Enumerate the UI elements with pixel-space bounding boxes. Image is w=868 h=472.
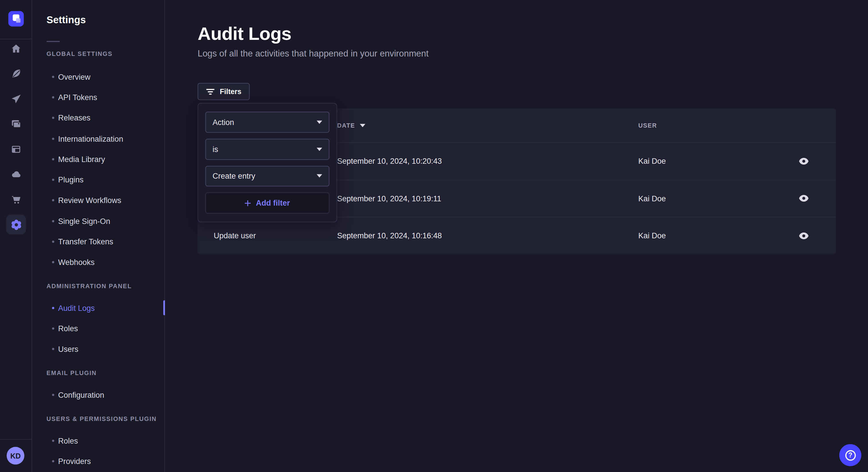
administration-panel-list: Audit Logs Roles Users (32, 298, 165, 360)
sidebar-item-transfer-tokens[interactable]: Transfer Tokens (32, 231, 165, 252)
sidebar-item-releases[interactable]: Releases (32, 107, 165, 128)
filter-popover: Action is Create entry Add filter (197, 103, 337, 223)
filter-field-value: Action (213, 118, 234, 127)
sidebar-title: Settings (46, 14, 86, 26)
page-title: Audit Logs (197, 23, 291, 44)
sidebar-item-media-library[interactable]: Media Library (32, 149, 165, 169)
eye-icon (799, 195, 809, 202)
nav-rail: KD (0, 0, 32, 472)
page-subtitle: Logs of all the activities that happened… (197, 49, 429, 59)
sidebar-item-up-roles[interactable]: Roles (32, 430, 165, 451)
sidebar-item-providers[interactable]: Providers (32, 451, 165, 471)
filter-operator-select[interactable]: is (205, 139, 329, 160)
users-permissions-list: Roles Providers (32, 430, 165, 471)
sort-desc-icon (360, 124, 365, 127)
chevron-down-icon (317, 121, 322, 124)
home-icon[interactable] (11, 43, 22, 54)
sidebar-item-users[interactable]: Users (32, 339, 165, 359)
table-row[interactable]: Update user September 10, 2024, 10:16:48… (197, 217, 836, 254)
plus-icon (245, 200, 251, 206)
column-header-date[interactable]: DATE (337, 108, 365, 142)
filter-value-value: Create entry (213, 172, 255, 181)
title-divider (46, 41, 60, 42)
user-cell: Kai Doe (639, 194, 666, 203)
filters-button[interactable]: Filters (197, 83, 249, 100)
cart-icon[interactable] (11, 194, 22, 205)
sidebar-item-review-workflows[interactable]: Review Workflows (32, 190, 165, 211)
rail-divider (0, 39, 32, 39)
settings-gear-icon[interactable] (6, 214, 26, 234)
user-header-label: USER (639, 122, 657, 129)
date-cell: September 10, 2024, 10:20:43 (337, 157, 442, 165)
add-filter-label: Add filter (256, 199, 290, 208)
images-icon[interactable] (11, 119, 22, 130)
paper-plane-icon[interactable] (11, 94, 22, 105)
rail-divider (0, 439, 32, 440)
sidebar-item-configuration[interactable]: Configuration (32, 384, 165, 405)
sidebar-item-plugins[interactable]: Plugins (32, 169, 165, 190)
logo-shape-light (16, 19, 20, 23)
date-header-label: DATE (337, 122, 355, 129)
feather-icon[interactable] (11, 68, 22, 79)
add-filter-button[interactable]: Add filter (205, 193, 329, 214)
view-log-button[interactable] (797, 230, 810, 241)
filter-icon (206, 88, 215, 95)
filter-field-select[interactable]: Action (205, 112, 329, 133)
date-cell: September 10, 2024, 10:16:48 (337, 231, 442, 240)
user-cell: Kai Doe (639, 231, 666, 240)
section-label-email-plugin: EMAIL PLUGIN (46, 369, 97, 376)
sidebar-item-audit-logs[interactable]: Audit Logs (32, 298, 165, 318)
sidebar-item-single-sign-on[interactable]: Single Sign-On (32, 211, 165, 231)
eye-icon (799, 232, 809, 239)
column-header-user: USER (639, 108, 657, 142)
settings-sidebar: Settings GLOBAL SETTINGS Overview API To… (32, 0, 165, 472)
app-window: KD Settings GLOBAL SETTINGS Overview API… (0, 0, 868, 472)
question-icon: ? (845, 450, 856, 461)
chevron-down-icon (317, 147, 322, 151)
sidebar-item-roles[interactable]: Roles (32, 318, 165, 339)
filters-button-label: Filters (220, 88, 241, 96)
global-settings-list: Overview API Tokens Releases Internation… (32, 66, 165, 272)
layout-icon[interactable] (11, 144, 22, 155)
user-cell: Kai Doe (639, 157, 666, 165)
filter-operator-value: is (213, 145, 218, 154)
action-cell: Update user (214, 231, 256, 240)
sidebar-item-internationalization[interactable]: Internationalization (32, 128, 165, 149)
section-label-global-settings: GLOBAL SETTINGS (46, 50, 113, 57)
sidebar-item-webhooks[interactable]: Webhooks (32, 252, 165, 273)
help-button[interactable]: ? (839, 444, 861, 466)
cloud-icon[interactable] (11, 169, 22, 180)
filter-value-select[interactable]: Create entry (205, 166, 329, 187)
date-cell: September 10, 2024, 10:19:11 (337, 194, 441, 203)
view-log-button[interactable] (797, 193, 810, 204)
section-label-administration-panel: ADMINISTRATION PANEL (46, 282, 132, 289)
eye-icon (799, 158, 809, 165)
email-plugin-list: Configuration (32, 384, 165, 405)
chevron-down-icon (317, 174, 322, 178)
user-avatar[interactable]: KD (7, 447, 24, 465)
view-log-button[interactable] (797, 156, 810, 167)
sidebar-item-api-tokens[interactable]: API Tokens (32, 87, 165, 107)
strapi-logo[interactable] (8, 11, 24, 27)
sidebar-item-overview[interactable]: Overview (32, 66, 165, 87)
section-label-users-permissions-plugin: USERS & PERMISSIONS PLUGIN (46, 415, 157, 422)
